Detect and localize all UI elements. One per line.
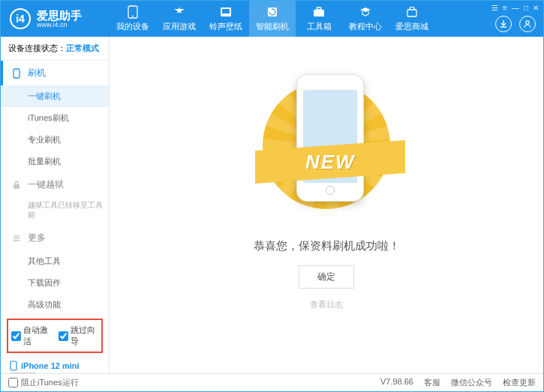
svg-rect-5 (314, 10, 324, 16)
sidebar-item-download-firmware[interactable]: 下载固件 (1, 272, 109, 294)
phone-icon (126, 5, 140, 19)
footer: 阻止iTunes运行 V7.98.66 客服 微信公众号 检查更新 (1, 373, 543, 391)
app-header: i4 爱思助手 www.i4.cn 我的设备 应用游戏 铃声壁纸 智能刷机 工具… (1, 1, 543, 37)
sidebar-item-batch-flash[interactable]: 批量刷机 (1, 151, 109, 172)
svg-rect-9 (14, 69, 20, 78)
device-capacity: 64GB (10, 373, 37, 373)
device-info[interactable]: iPhone 12 mini 64GB Down-12mini-13,1 (1, 356, 109, 373)
sidebar-item-advanced[interactable]: 高级功能 (1, 294, 109, 316)
tutorial-icon (359, 5, 372, 19)
apps-icon (173, 5, 186, 19)
view-log-link[interactable]: 查看日志 (310, 299, 343, 310)
logo-area: i4 爱思助手 www.i4.cn (1, 8, 110, 29)
connection-status: 设备连接状态：正常模式 (1, 37, 109, 61)
phone-graphic (296, 74, 364, 202)
success-illustration: NEW (263, 74, 390, 224)
store-icon (405, 5, 419, 19)
main-content: NEW 恭喜您，保资料刷机成功啦！ 确定 查看日志 (110, 37, 543, 373)
ribbon-text: NEW (305, 151, 356, 174)
minimize-icon[interactable]: — (512, 4, 519, 12)
check-update-link[interactable]: 检查更新 (503, 377, 536, 388)
sidebar-item-itunes-flash[interactable]: iTunes刷机 (1, 107, 109, 129)
sidebar-item-oneclick-flash[interactable]: 一键刷机 (1, 85, 109, 107)
sidebar-item-other-tools[interactable]: 其他工具 (1, 250, 109, 272)
sidebar-header-label: 刷机 (28, 67, 46, 79)
success-message: 恭喜您，保资料刷机成功啦！ (254, 239, 400, 253)
close-icon[interactable]: ✕ (533, 4, 539, 12)
window-controls: ☰ ≡ — □ ✕ (491, 4, 539, 12)
options-row: 自动激活 跳过向导 (7, 319, 103, 353)
flash-icon (266, 5, 279, 19)
download-button[interactable] (495, 16, 512, 32)
svg-rect-11 (11, 361, 17, 370)
jailbreak-note: 越狱工具已转移至工具箱 (1, 197, 109, 226)
list-icon (11, 233, 22, 244)
sidebar-group-jailbreak[interactable]: 一键越狱 (1, 172, 109, 197)
auto-activate-checkbox[interactable]: 自动激活 (11, 325, 51, 347)
nav-label: 工具箱 (307, 21, 332, 32)
sidebar: 设备连接状态：正常模式 刷机 一键刷机 iTunes刷机 专业刷机 批量刷机 一… (1, 37, 110, 373)
nav-store[interactable]: 爱思商城 (389, 1, 435, 37)
phone-icon (11, 68, 22, 79)
service-link[interactable]: 客服 (424, 377, 440, 388)
nav-my-device[interactable]: 我的设备 (110, 1, 156, 37)
version-label: V7.98.66 (380, 377, 413, 388)
skip-guide-checkbox[interactable]: 跳过向导 (59, 325, 98, 347)
nav-label: 爱思商城 (395, 21, 428, 32)
status-prefix: 设备连接状态： (8, 43, 66, 52)
user-button[interactable] (519, 16, 536, 32)
checkbox-label: 跳过向导 (71, 325, 98, 347)
wallpaper-icon (219, 5, 233, 19)
nav-label: 应用游戏 (163, 21, 196, 32)
device-name: iPhone 12 mini (10, 361, 100, 371)
phone-icon (10, 361, 17, 371)
nav-toolbox[interactable]: 工具箱 (296, 1, 342, 37)
sidebar-group-more[interactable]: 更多 (1, 226, 109, 250)
nav-smart-flash[interactable]: 智能刷机 (249, 1, 296, 37)
svg-rect-10 (14, 184, 20, 189)
nav-tutorials[interactable]: 教程中心 (342, 1, 389, 37)
wechat-link[interactable]: 微信公众号 (451, 377, 492, 388)
checkbox-label: 阻止iTunes运行 (21, 377, 79, 388)
sidebar-group-flash[interactable]: 刷机 (1, 61, 109, 85)
svg-point-8 (526, 21, 529, 24)
status-value: 正常模式 (66, 43, 99, 52)
nav-apps-games[interactable]: 应用游戏 (156, 1, 203, 37)
menu-icon[interactable]: ☰ (491, 4, 498, 12)
block-itunes-checkbox[interactable]: 阻止iTunes运行 (8, 377, 79, 388)
pin-icon[interactable]: ≡ (503, 4, 507, 12)
toolbox-icon (312, 5, 326, 19)
nav-ringtone-wallpaper[interactable]: 铃声壁纸 (203, 1, 249, 37)
app-subtitle: www.i4.cn (37, 21, 82, 28)
nav-label: 我的设备 (116, 21, 149, 32)
lock-icon (11, 180, 22, 190)
svg-rect-7 (407, 10, 416, 16)
maximize-icon[interactable]: □ (524, 4, 528, 12)
svg-rect-3 (222, 9, 230, 13)
user-controls (495, 16, 536, 32)
svg-point-1 (132, 16, 134, 17)
nav-label: 智能刷机 (256, 21, 289, 32)
checkbox-label: 自动激活 (23, 325, 51, 347)
logo-icon: i4 (10, 8, 31, 29)
ok-button[interactable]: 确定 (299, 265, 354, 289)
sidebar-header-label: 一键越狱 (28, 178, 64, 191)
sidebar-header-label: 更多 (28, 232, 46, 244)
svg-rect-6 (317, 7, 321, 10)
main-nav: 我的设备 应用游戏 铃声壁纸 智能刷机 工具箱 教程中心 爱思商城 (110, 1, 543, 37)
nav-label: 铃声壁纸 (209, 21, 242, 32)
sidebar-item-pro-flash[interactable]: 专业刷机 (1, 129, 109, 151)
app-title: 爱思助手 (37, 10, 82, 21)
nav-label: 教程中心 (349, 21, 382, 32)
